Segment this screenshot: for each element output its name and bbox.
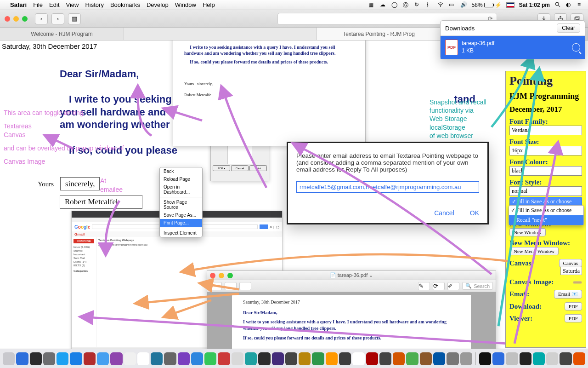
pdf-rotate-button[interactable]: ⟳ (433, 282, 445, 290)
status-icon[interactable]: ◯ (391, 1, 398, 8)
dock-app-icon[interactable] (420, 352, 432, 365)
new-menu-window-button[interactable]: New Menu Window (509, 247, 559, 255)
dock-app-icon[interactable] (218, 352, 230, 365)
ctx-source[interactable]: Show Page Source (160, 198, 202, 211)
letter-sincerely-box[interactable]: sincerely, (60, 177, 100, 190)
downloads-clear-button[interactable]: Clear (557, 23, 580, 33)
prompt-ok-button[interactable]: OK (470, 209, 479, 217)
pdf-search-field[interactable]: 🔍 Search (462, 282, 493, 290)
dock-app-icon[interactable] (16, 352, 28, 365)
zoom-window[interactable] (22, 16, 28, 22)
menu-edit[interactable]: Edit (49, 1, 59, 8)
gmail-search-button[interactable] (260, 224, 268, 229)
dock-app-icon[interactable] (232, 352, 243, 365)
print-cancel[interactable]: Cancel (231, 165, 249, 171)
reveal-in-finder-icon[interactable] (572, 43, 580, 52)
pdf-zoom-button[interactable] (225, 282, 237, 290)
dock-app-icon[interactable] (406, 352, 418, 365)
dock-app-icon[interactable] (299, 352, 311, 365)
dock-app-icon[interactable] (178, 352, 190, 365)
gmail-folder[interactable]: Sent Mail (74, 256, 94, 260)
dock-app-icon[interactable] (3, 352, 15, 365)
menu-history[interactable]: History (85, 1, 103, 8)
forward-button[interactable]: › (51, 13, 64, 24)
notification-center-icon[interactable]: ≡ (577, 1, 584, 8)
back-button[interactable]: ‹ (35, 13, 48, 24)
dock-app-icon[interactable] (352, 352, 364, 365)
print-print[interactable]: Print (249, 165, 267, 171)
menubar-clock[interactable]: Sat 1:02 pm (519, 2, 550, 8)
font-colour-input[interactable] (509, 166, 582, 176)
status-icon[interactable]: ☁︎ (380, 1, 387, 8)
dock-app-icon[interactable] (70, 352, 82, 365)
dock-app-icon[interactable] (560, 352, 571, 365)
volume-icon[interactable]: 🔊 (460, 1, 467, 8)
display-icon[interactable]: ▭ (449, 1, 456, 8)
sidebar-button[interactable]: ▥ (68, 13, 81, 24)
ctx-print[interactable]: Print Page... (160, 219, 202, 227)
dock-app-icon[interactable] (57, 352, 68, 365)
font-size-input[interactable] (509, 146, 582, 155)
dock-app-icon[interactable] (245, 352, 257, 365)
dock-app-icon[interactable] (546, 352, 558, 365)
dock-app-icon[interactable] (533, 352, 545, 365)
font-style-input[interactable] (509, 186, 582, 196)
gmail-folder[interactable]: Important (74, 253, 94, 256)
email-button[interactable]: Email 📧 (554, 290, 582, 299)
wifi-icon[interactable] (437, 1, 444, 8)
new-window-button[interactable]: New Window (509, 228, 546, 236)
spotlight-icon[interactable] (554, 1, 561, 8)
dock-app-icon[interactable] (393, 352, 405, 365)
dock-app-icon[interactable] (326, 352, 338, 365)
saturday-field[interactable]: Saturda (560, 267, 582, 275)
prompt-input[interactable] (296, 181, 479, 193)
dock-app-icon[interactable] (285, 352, 297, 365)
app-name[interactable]: Safari (10, 1, 27, 8)
canvas-image-swatch[interactable] (573, 281, 582, 284)
dock-app-icon[interactable] (506, 352, 518, 365)
gmail-folder[interactable]: Inbox (1,876) (74, 245, 94, 249)
dd-option-current[interactable]: Fill in Save As or choose (509, 206, 583, 215)
battery-status[interactable]: 58% ⚡ (472, 2, 502, 8)
pdf-share-button[interactable] (239, 282, 251, 290)
dock-app-icon[interactable] (339, 352, 351, 365)
minimize-window[interactable] (13, 16, 19, 22)
dock-app-icon[interactable] (258, 352, 270, 365)
dock-app-icon[interactable] (84, 352, 96, 365)
dock-app-icon[interactable] (110, 352, 122, 365)
menu-develop[interactable]: Develop (147, 1, 169, 8)
dock-app-icon[interactable] (379, 352, 391, 365)
dock-app-icon[interactable] (447, 352, 458, 365)
status-icon[interactable]: Ⓖ (403, 1, 410, 8)
dock-app-icon[interactable] (204, 352, 216, 365)
pdf-annotate-button[interactable]: ✐ (447, 282, 459, 290)
dock-app-icon[interactable] (191, 352, 203, 365)
tab-textarea-pointing[interactable]: Textarea Pointing - RJM Prog (317, 28, 441, 40)
ctx-saveas[interactable]: Save Page As... (160, 211, 202, 219)
menu-file[interactable]: File (33, 1, 43, 8)
gmail-folder[interactable]: IELTS (1) (74, 264, 94, 267)
gmail-folder[interactable]: Starred (74, 249, 94, 253)
menu-window[interactable]: Window (175, 1, 196, 8)
dock-app-icon[interactable] (366, 352, 378, 365)
dock-app-icon[interactable] (124, 352, 136, 365)
status-icon[interactable]: ▦ (368, 1, 375, 8)
tab-welcome[interactable]: Welcome - RJM Program (0, 28, 124, 40)
dock-app-icon[interactable] (492, 352, 504, 365)
close-window[interactable] (5, 16, 10, 22)
pdf-markup-button[interactable]: ✎ (418, 282, 430, 290)
close-window[interactable] (210, 273, 215, 278)
dock-app-icon[interactable] (151, 352, 163, 365)
dock-app-icon[interactable] (573, 352, 585, 365)
save-recall-dropdown[interactable]: ✓ Fill in Save As or choose Fill in Save… (509, 197, 582, 207)
ctx-reload[interactable]: Reload Page (160, 175, 202, 183)
dd-option-recall[interactable]: Recall "newt" (509, 215, 583, 225)
dock-app-icon[interactable] (272, 352, 284, 365)
download-pdf-button[interactable]: PDF (565, 302, 582, 310)
dock-app-icon[interactable] (479, 352, 491, 365)
letter-name-box[interactable]: Robert Metcalfe| (60, 195, 142, 209)
time-machine-icon[interactable]: ↻ (414, 1, 421, 8)
prompt-cancel-button[interactable]: Cancel (434, 209, 454, 217)
dock-app-icon[interactable] (97, 352, 109, 365)
dock-app-icon[interactable] (30, 352, 42, 365)
